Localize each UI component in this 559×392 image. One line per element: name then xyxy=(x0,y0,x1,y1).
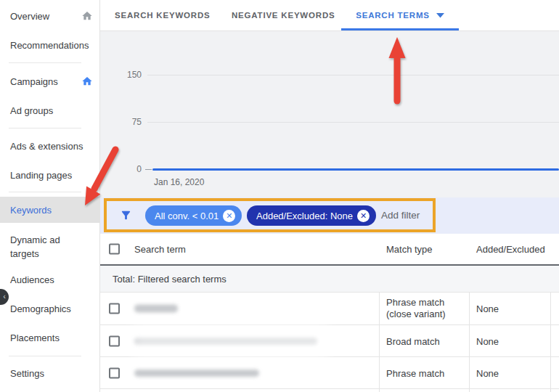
tab-negative-keywords[interactable]: NEGATIVE KEYWORDS xyxy=(232,0,335,30)
redacted-search-term xyxy=(134,305,178,313)
gridline-150 xyxy=(147,75,559,75)
redacted-search-term xyxy=(134,369,259,377)
select-all-checkbox[interactable] xyxy=(109,244,120,255)
sidebar-item-recommendations[interactable]: Recommendations xyxy=(0,38,100,52)
row-checkbox[interactable] xyxy=(109,335,120,346)
table-header-row: Search term Match type Added/Excluded xyxy=(100,234,559,266)
x-axis-label: Jan 16, 2020 xyxy=(154,177,204,187)
sidebar-item-ad-groups[interactable]: Ad groups xyxy=(0,104,100,118)
annotation-highlight-box xyxy=(104,198,436,232)
table-total-row: Total: Filtered search terms xyxy=(100,266,559,293)
match-type-cell: Broad match xyxy=(386,335,440,346)
sidebar-divider xyxy=(9,62,81,63)
search-terms-table: Search term Match type Added/Excluded To… xyxy=(100,234,559,392)
sidebar-item-placements[interactable]: Placements xyxy=(0,331,100,345)
active-tab-underline xyxy=(341,28,459,30)
added-excluded-cell: None xyxy=(476,335,499,346)
home-icon xyxy=(81,75,93,87)
sidebar-nav: Overview Recommendations Campaigns Ad gr… xyxy=(0,0,100,392)
keywords-tab-bar: SEARCH KEYWORDS NEGATIVE KEYWORDS SEARCH… xyxy=(100,0,559,31)
match-type-cell: Phrase match (close variant) xyxy=(386,297,463,320)
sidebar-item-settings[interactable]: Settings xyxy=(0,367,100,380)
column-header-match-type[interactable]: Match type xyxy=(386,244,433,255)
added-excluded-cell: None xyxy=(476,367,499,378)
chart-flat-line xyxy=(152,168,559,171)
row-checkbox[interactable] xyxy=(109,303,120,314)
google-ads-search-terms-page: Overview Recommendations Campaigns Ad gr… xyxy=(0,0,559,392)
sidebar-item-audiences[interactable]: Audiences xyxy=(0,273,100,287)
chevron-down-icon[interactable] xyxy=(436,13,444,18)
match-type-cell: Phrase match xyxy=(386,367,444,378)
table-row: Phrase match None xyxy=(100,357,559,389)
sidebar-divider xyxy=(9,128,81,128)
total-row-label: Total: Filtered search terms xyxy=(113,274,227,285)
row-checkbox[interactable] xyxy=(109,367,120,378)
sidebar-item-landing-pages[interactable]: Landing pages xyxy=(0,168,100,182)
gridline-75 xyxy=(147,122,559,123)
sidebar-item-keywords[interactable]: Keywords xyxy=(0,197,100,223)
column-header-search-term[interactable]: Search term xyxy=(134,244,186,255)
tab-search-keywords[interactable]: SEARCH KEYWORDS xyxy=(115,0,210,30)
tab-search-terms[interactable]: SEARCH TERMS xyxy=(341,0,459,30)
sidebar-item-dynamic-ad-targets[interactable]: Dynamic ad targets xyxy=(0,233,73,261)
sidebar-divider xyxy=(9,192,81,192)
x-axis-tick xyxy=(145,169,152,170)
y-axis-tick-75: 75 xyxy=(120,117,142,127)
home-icon xyxy=(81,10,93,22)
sidebar-item-ads-extensions[interactable]: Ads & extensions xyxy=(0,139,100,153)
blur-redaction-overlay xyxy=(133,322,329,362)
table-row: Phrase match (close variant) None xyxy=(100,293,559,325)
y-axis-tick-0: 0 xyxy=(120,164,142,174)
y-axis-tick-150: 150 xyxy=(120,70,142,80)
sidebar-divider xyxy=(9,356,81,356)
sidebar-item-demographics[interactable]: Demographics xyxy=(0,302,100,316)
column-header-added-excluded[interactable]: Added/Excluded xyxy=(476,244,545,255)
added-excluded-cell: None xyxy=(476,303,499,314)
tab-search-terms-label: SEARCH TERMS xyxy=(356,0,430,30)
